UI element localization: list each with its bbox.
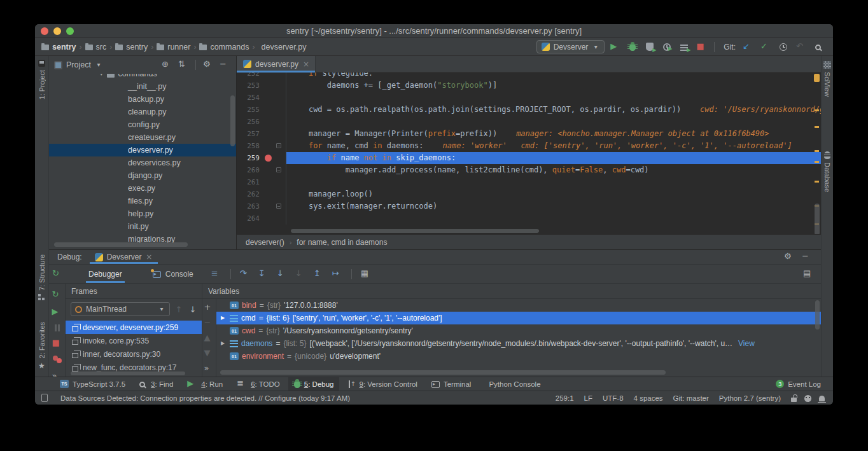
run-button[interactable]: ▶ bbox=[609, 41, 622, 53]
editor-gutter[interactable]: 257 bbox=[237, 128, 286, 140]
tree-item-file[interactable]: help.py bbox=[49, 207, 236, 220]
more-button[interactable]: » bbox=[203, 364, 216, 374]
breadcrumb-item[interactable]: sentry bbox=[115, 43, 148, 52]
fold-marker-icon[interactable] bbox=[276, 143, 281, 148]
stop-button[interactable]: ■ bbox=[695, 41, 708, 53]
step-over-button[interactable]: ↷ bbox=[239, 268, 251, 281]
status-item[interactable]: 4 spaces bbox=[634, 394, 663, 402]
move-down-button[interactable]: ▼ bbox=[203, 349, 216, 359]
resume-button[interactable]: ▶ bbox=[51, 307, 64, 317]
status-item[interactable]: Git: master bbox=[673, 394, 709, 402]
step-into-my-code-button[interactable]: ↓ bbox=[276, 268, 288, 281]
move-up-button[interactable]: ▲ bbox=[203, 333, 216, 343]
search-button[interactable] bbox=[813, 41, 825, 53]
project-vertical-scrollbar[interactable] bbox=[230, 95, 235, 146]
editor-gutter[interactable]: 260 bbox=[237, 164, 286, 176]
sidebar-item-project[interactable]: 1: Project bbox=[38, 70, 46, 99]
tree-item-file[interactable]: devservices.py bbox=[49, 156, 236, 169]
sidebar-item-structure[interactable]: 7: Structure bbox=[38, 254, 46, 291]
tool-window-button-run[interactable]: ▶4: Run bbox=[181, 377, 228, 391]
editor-gutter[interactable]: 258 bbox=[237, 140, 286, 152]
editor-horizontal-scrollbar[interactable] bbox=[291, 229, 539, 233]
next-frame-icon[interactable]: ↓ bbox=[188, 304, 198, 314]
expand-icon[interactable]: ▶ bbox=[219, 338, 227, 349]
variables-vertical-scrollbar[interactable] bbox=[815, 300, 820, 330]
menu-button[interactable]: ≡ bbox=[210, 268, 223, 281]
pause-button[interactable] bbox=[51, 324, 64, 331]
coverage-button[interactable] bbox=[643, 41, 656, 53]
variables-horizontal-scrollbar[interactable] bbox=[220, 370, 666, 375]
frame-row[interactable]: devserver, devserver.py:259 bbox=[66, 321, 202, 334]
lock-icon[interactable] bbox=[791, 398, 797, 402]
tree-item-file[interactable]: files.py bbox=[49, 195, 236, 207]
restore-layout-button[interactable]: ▤ bbox=[802, 268, 815, 281]
step-out-button[interactable]: ↥ bbox=[312, 268, 325, 281]
status-item[interactable]: LF bbox=[584, 394, 592, 402]
tree-item-file[interactable]: exec.py bbox=[49, 182, 236, 195]
tree-item-file[interactable]: __init__.py bbox=[49, 80, 236, 93]
concurrency-button[interactable] bbox=[678, 41, 690, 53]
tool-window-button-todo[interactable]: ≣6: TODO bbox=[231, 377, 286, 391]
tree-item-folder[interactable]: ▾commands bbox=[49, 74, 236, 80]
frames-horizontal-scrollbar[interactable] bbox=[71, 371, 185, 375]
breadcrumb-item[interactable]: src bbox=[85, 43, 107, 52]
editor-gutter[interactable]: 263 bbox=[237, 200, 286, 212]
sidebar-item-sciview[interactable]: SciView bbox=[823, 72, 831, 97]
variable-row[interactable]: ▶daemons={list: 5}[('webpack', ['/Users/… bbox=[216, 337, 821, 350]
sidebar-item-database[interactable]: Database bbox=[823, 162, 831, 192]
add-button[interactable]: + bbox=[203, 303, 216, 313]
commit-button[interactable]: ✓ bbox=[759, 41, 772, 53]
run-configuration-select[interactable]: Devserver ▾ bbox=[536, 40, 605, 53]
project-panel-title[interactable]: Project bbox=[66, 60, 91, 69]
status-item[interactable]: UTF-8 bbox=[603, 394, 624, 402]
profile-icon[interactable] bbox=[804, 395, 811, 402]
variable-view-link[interactable]: View bbox=[738, 339, 755, 348]
force-step-into-button[interactable]: ↓ bbox=[294, 268, 307, 281]
variable-row[interactable]: 01bind={str}'127.0.0.1:8888' bbox=[216, 299, 821, 312]
collapse-all-button[interactable]: ⇅ bbox=[177, 59, 190, 71]
breadcrumb-item[interactable]: runner bbox=[157, 43, 190, 52]
breadcrumb-item[interactable]: devserver.py bbox=[258, 43, 307, 52]
tool-window-button-find[interactable]: 3: Find bbox=[134, 377, 179, 391]
zoom-window-button[interactable] bbox=[66, 27, 74, 35]
fold-marker-icon[interactable] bbox=[276, 167, 281, 172]
event-log-button[interactable]: 3 Event Log bbox=[770, 377, 827, 391]
tree-item-file[interactable]: backup.py bbox=[49, 93, 236, 106]
close-icon[interactable]: × bbox=[145, 252, 153, 262]
minimize-window-button[interactable] bbox=[53, 27, 61, 35]
breadcrumb-item[interactable]: commands bbox=[199, 43, 249, 52]
breakpoint-icon[interactable] bbox=[265, 155, 272, 162]
previous-frame-icon[interactable]: ↑ bbox=[174, 304, 184, 314]
run-to-cursor-button[interactable]: ↦ bbox=[331, 268, 344, 281]
rerun-button[interactable]: ↻ bbox=[51, 290, 64, 300]
settings-button[interactable]: ⚙ bbox=[783, 251, 795, 263]
evaluate-expression-button[interactable]: ▦ bbox=[360, 268, 372, 281]
project-horizontal-scrollbar[interactable] bbox=[54, 242, 188, 247]
debug-session-tab[interactable]: Devserver × bbox=[90, 250, 158, 264]
stop-button[interactable]: ■ bbox=[51, 338, 64, 349]
editor-vertical-scrollbar[interactable] bbox=[815, 204, 820, 235]
editor-gutter[interactable]: 256 bbox=[237, 116, 286, 128]
profiler-button[interactable] bbox=[661, 41, 673, 53]
rerun-button[interactable]: ↻ bbox=[51, 268, 64, 281]
editor-gutter[interactable]: 252 bbox=[237, 73, 286, 80]
tool-window-button-python-console[interactable]: Python Console bbox=[479, 377, 546, 391]
close-icon[interactable]: × bbox=[302, 59, 310, 69]
rollback-button[interactable]: ↶ bbox=[795, 41, 808, 53]
variable-row[interactable]: 01environment={unicode}u'development' bbox=[216, 350, 821, 363]
hide-button[interactable]: − bbox=[218, 59, 231, 71]
editor-gutter[interactable]: 254 bbox=[237, 92, 286, 104]
history-button[interactable] bbox=[777, 41, 790, 53]
breadcrumb-item[interactable]: sentry bbox=[41, 43, 76, 52]
editor-breadcrumb-item[interactable]: devserver() bbox=[246, 238, 284, 247]
variable-row[interactable]: ▶cmd={list: 6}['sentry', 'run', 'worker'… bbox=[216, 312, 821, 324]
tool-window-button-version-control[interactable]: 9: Version Control bbox=[342, 377, 423, 391]
status-item[interactable]: Python 2.7 (sentry) bbox=[719, 394, 781, 402]
tree-item-file[interactable]: django.py bbox=[49, 169, 236, 182]
tree-item-file[interactable]: cleanup.py bbox=[49, 106, 236, 118]
view-breakpoints-button[interactable] bbox=[51, 356, 64, 363]
tool-window-button-debug[interactable]: 5: Debug bbox=[288, 377, 340, 391]
tab-devserver-py[interactable]: devserver.py × bbox=[237, 56, 316, 72]
editor-breadcrumb-item[interactable]: for name, cmd in daemons bbox=[297, 238, 387, 247]
tab-console[interactable]: Console bbox=[145, 265, 201, 283]
